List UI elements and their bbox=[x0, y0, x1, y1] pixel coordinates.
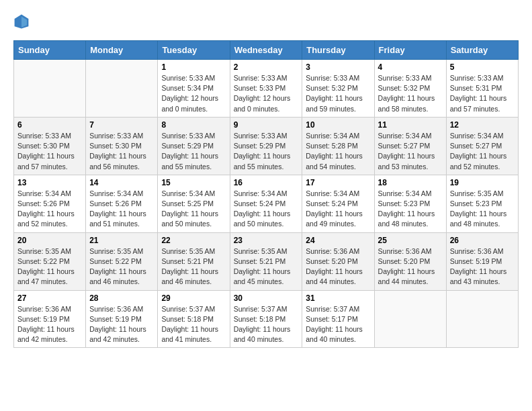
calendar-cell: 31Sunrise: 5:37 AMSunset: 5:17 PMDayligh… bbox=[302, 290, 374, 348]
calendar-cell: 19Sunrise: 5:35 AMSunset: 5:23 PMDayligh… bbox=[446, 175, 518, 232]
calendar-cell: 4Sunrise: 5:33 AMSunset: 5:32 PMDaylight… bbox=[374, 60, 446, 118]
col-header-thursday: Thursday bbox=[302, 41, 374, 60]
week-row-3: 13Sunrise: 5:34 AMSunset: 5:26 PMDayligh… bbox=[14, 175, 519, 232]
calendar-cell: 26Sunrise: 5:36 AMSunset: 5:19 PMDayligh… bbox=[446, 232, 518, 290]
cell-info: Sunrise: 5:37 AMSunset: 5:18 PMDaylight:… bbox=[161, 304, 226, 345]
calendar-cell: 27Sunrise: 5:36 AMSunset: 5:19 PMDayligh… bbox=[14, 290, 86, 348]
calendar-cell bbox=[446, 290, 518, 348]
day-number: 18 bbox=[378, 178, 443, 187]
cell-info: Sunrise: 5:34 AMSunset: 5:28 PMDaylight:… bbox=[306, 131, 370, 172]
calendar-cell: 29Sunrise: 5:37 AMSunset: 5:18 PMDayligh… bbox=[158, 290, 230, 348]
cell-info: Sunrise: 5:34 AMSunset: 5:24 PMDaylight:… bbox=[306, 189, 370, 230]
header-row: SundayMondayTuesdayWednesdayThursdayFrid… bbox=[14, 41, 519, 60]
calendar-cell: 25Sunrise: 5:36 AMSunset: 5:20 PMDayligh… bbox=[374, 232, 446, 290]
day-number: 7 bbox=[89, 120, 154, 130]
calendar-cell: 11Sunrise: 5:34 AMSunset: 5:27 PMDayligh… bbox=[374, 117, 446, 175]
calendar-cell: 20Sunrise: 5:35 AMSunset: 5:22 PMDayligh… bbox=[14, 232, 86, 290]
day-number: 6 bbox=[17, 120, 82, 130]
cell-info: Sunrise: 5:33 AMSunset: 5:33 PMDaylight:… bbox=[234, 73, 299, 114]
week-row-5: 27Sunrise: 5:36 AMSunset: 5:19 PMDayligh… bbox=[14, 290, 519, 348]
cell-info: Sunrise: 5:33 AMSunset: 5:32 PMDaylight:… bbox=[378, 73, 443, 114]
logo-icon bbox=[13, 13, 30, 30]
cell-info: Sunrise: 5:35 AMSunset: 5:22 PMDaylight:… bbox=[89, 246, 154, 287]
calendar-cell: 15Sunrise: 5:34 AMSunset: 5:25 PMDayligh… bbox=[158, 175, 230, 232]
day-number: 21 bbox=[89, 236, 154, 245]
day-number: 17 bbox=[306, 178, 370, 187]
cell-info: Sunrise: 5:34 AMSunset: 5:26 PMDaylight:… bbox=[17, 189, 82, 230]
calendar-cell: 5Sunrise: 5:33 AMSunset: 5:31 PMDaylight… bbox=[446, 60, 518, 118]
day-number: 8 bbox=[161, 120, 226, 130]
calendar-cell: 8Sunrise: 5:33 AMSunset: 5:29 PMDaylight… bbox=[158, 117, 230, 175]
cell-info: Sunrise: 5:35 AMSunset: 5:23 PMDaylight:… bbox=[450, 189, 515, 230]
calendar-cell: 24Sunrise: 5:36 AMSunset: 5:20 PMDayligh… bbox=[302, 232, 374, 290]
day-number: 31 bbox=[306, 293, 370, 303]
day-number: 10 bbox=[306, 120, 370, 130]
calendar-cell: 14Sunrise: 5:34 AMSunset: 5:26 PMDayligh… bbox=[86, 175, 158, 232]
calendar-cell: 1Sunrise: 5:33 AMSunset: 5:34 PMDaylight… bbox=[158, 60, 230, 118]
col-header-wednesday: Wednesday bbox=[230, 41, 302, 60]
day-number: 20 bbox=[17, 236, 82, 245]
calendar-cell: 7Sunrise: 5:33 AMSunset: 5:30 PMDaylight… bbox=[86, 117, 158, 175]
day-number: 22 bbox=[161, 236, 226, 245]
cell-info: Sunrise: 5:33 AMSunset: 5:30 PMDaylight:… bbox=[89, 131, 154, 172]
cell-info: Sunrise: 5:33 AMSunset: 5:29 PMDaylight:… bbox=[161, 131, 226, 172]
cell-info: Sunrise: 5:36 AMSunset: 5:19 PMDaylight:… bbox=[89, 304, 154, 345]
calendar-cell: 10Sunrise: 5:34 AMSunset: 5:28 PMDayligh… bbox=[302, 117, 374, 175]
col-header-friday: Friday bbox=[374, 41, 446, 60]
cell-info: Sunrise: 5:34 AMSunset: 5:25 PMDaylight:… bbox=[161, 189, 226, 230]
cell-info: Sunrise: 5:34 AMSunset: 5:23 PMDaylight:… bbox=[378, 189, 443, 230]
day-number: 13 bbox=[17, 178, 82, 187]
week-row-4: 20Sunrise: 5:35 AMSunset: 5:22 PMDayligh… bbox=[14, 232, 519, 290]
day-number: 5 bbox=[450, 62, 515, 72]
day-number: 4 bbox=[378, 62, 443, 72]
week-row-2: 6Sunrise: 5:33 AMSunset: 5:30 PMDaylight… bbox=[14, 117, 519, 175]
calendar-table: SundayMondayTuesdayWednesdayThursdayFrid… bbox=[13, 40, 519, 348]
day-number: 25 bbox=[378, 236, 443, 245]
calendar-cell: 30Sunrise: 5:37 AMSunset: 5:18 PMDayligh… bbox=[230, 290, 302, 348]
cell-info: Sunrise: 5:37 AMSunset: 5:17 PMDaylight:… bbox=[306, 304, 370, 345]
day-number: 2 bbox=[234, 62, 299, 72]
cell-info: Sunrise: 5:33 AMSunset: 5:29 PMDaylight:… bbox=[234, 131, 299, 172]
cell-info: Sunrise: 5:34 AMSunset: 5:27 PMDaylight:… bbox=[450, 131, 515, 172]
calendar-cell: 12Sunrise: 5:34 AMSunset: 5:27 PMDayligh… bbox=[446, 117, 518, 175]
week-row-1: 1Sunrise: 5:33 AMSunset: 5:34 PMDaylight… bbox=[14, 60, 519, 118]
calendar-cell: 18Sunrise: 5:34 AMSunset: 5:23 PMDayligh… bbox=[374, 175, 446, 232]
cell-info: Sunrise: 5:35 AMSunset: 5:22 PMDaylight:… bbox=[17, 246, 82, 287]
day-number: 16 bbox=[234, 178, 299, 187]
day-number: 19 bbox=[450, 178, 515, 187]
col-header-sunday: Sunday bbox=[14, 41, 86, 60]
cell-info: Sunrise: 5:35 AMSunset: 5:21 PMDaylight:… bbox=[234, 246, 299, 287]
calendar-cell: 21Sunrise: 5:35 AMSunset: 5:22 PMDayligh… bbox=[86, 232, 158, 290]
calendar-cell: 13Sunrise: 5:34 AMSunset: 5:26 PMDayligh… bbox=[14, 175, 86, 232]
col-header-saturday: Saturday bbox=[446, 41, 518, 60]
calendar-cell: 22Sunrise: 5:35 AMSunset: 5:21 PMDayligh… bbox=[158, 232, 230, 290]
cell-info: Sunrise: 5:36 AMSunset: 5:20 PMDaylight:… bbox=[378, 246, 443, 287]
day-number: 15 bbox=[161, 178, 226, 187]
day-number: 14 bbox=[89, 178, 154, 187]
cell-info: Sunrise: 5:33 AMSunset: 5:34 PMDaylight:… bbox=[161, 73, 226, 114]
calendar-cell: 17Sunrise: 5:34 AMSunset: 5:24 PMDayligh… bbox=[302, 175, 374, 232]
cell-info: Sunrise: 5:34 AMSunset: 5:24 PMDaylight:… bbox=[234, 189, 299, 230]
col-header-tuesday: Tuesday bbox=[158, 41, 230, 60]
cell-info: Sunrise: 5:36 AMSunset: 5:20 PMDaylight:… bbox=[306, 246, 370, 287]
calendar-cell bbox=[374, 290, 446, 348]
calendar-cell: 16Sunrise: 5:34 AMSunset: 5:24 PMDayligh… bbox=[230, 175, 302, 232]
day-number: 1 bbox=[161, 62, 226, 72]
day-number: 3 bbox=[306, 62, 370, 72]
cell-info: Sunrise: 5:35 AMSunset: 5:21 PMDaylight:… bbox=[161, 246, 226, 287]
cell-info: Sunrise: 5:33 AMSunset: 5:31 PMDaylight:… bbox=[450, 73, 515, 114]
cell-info: Sunrise: 5:34 AMSunset: 5:27 PMDaylight:… bbox=[378, 131, 443, 172]
calendar-cell: 9Sunrise: 5:33 AMSunset: 5:29 PMDaylight… bbox=[230, 117, 302, 175]
cell-info: Sunrise: 5:33 AMSunset: 5:32 PMDaylight:… bbox=[306, 73, 370, 114]
page-header bbox=[13, 13, 519, 30]
cell-info: Sunrise: 5:33 AMSunset: 5:30 PMDaylight:… bbox=[17, 131, 82, 172]
cell-info: Sunrise: 5:36 AMSunset: 5:19 PMDaylight:… bbox=[450, 246, 515, 287]
day-number: 24 bbox=[306, 236, 370, 245]
calendar-cell: 23Sunrise: 5:35 AMSunset: 5:21 PMDayligh… bbox=[230, 232, 302, 290]
day-number: 30 bbox=[234, 293, 299, 303]
day-number: 29 bbox=[161, 293, 226, 303]
day-number: 27 bbox=[17, 293, 82, 303]
cell-info: Sunrise: 5:37 AMSunset: 5:18 PMDaylight:… bbox=[234, 304, 299, 345]
calendar-cell bbox=[86, 60, 158, 118]
cell-info: Sunrise: 5:36 AMSunset: 5:19 PMDaylight:… bbox=[17, 304, 82, 345]
